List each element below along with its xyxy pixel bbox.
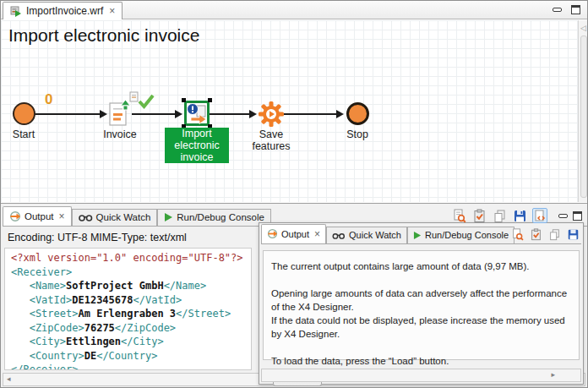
scroll-right-icon[interactable]: ▸ xyxy=(551,370,555,379)
copy-icon[interactable] xyxy=(547,227,562,242)
import-node-label: Import electronic invoice xyxy=(165,128,229,163)
popup-hscrollbar[interactable]: ▸ xyxy=(261,369,581,382)
connector-import-save xyxy=(210,113,250,115)
tab-run-debug-console[interactable]: Run/Debug Console xyxy=(157,209,271,226)
output-popup: Output × Quick Watch Run/Debug Console xyxy=(259,222,584,385)
connector-save-stop xyxy=(283,113,337,115)
play-icon xyxy=(164,212,173,222)
scroll-up-icon[interactable]: ◁ xyxy=(580,24,586,32)
copy-icon[interactable] xyxy=(492,208,507,223)
selection-handle[interactable] xyxy=(182,98,186,102)
bottom-panel: Output × Quick Watch Run/Debug Console xyxy=(1,203,588,388)
arrowhead-icon xyxy=(336,110,344,118)
message-line xyxy=(271,273,571,287)
minimize-icon[interactable] xyxy=(558,214,568,218)
close-icon[interactable]: × xyxy=(109,6,115,16)
close-icon[interactable]: × xyxy=(314,229,320,239)
tab-output[interactable]: Output × xyxy=(3,206,72,226)
scrollbar-thumb[interactable] xyxy=(580,36,587,198)
popup-message: The current output contains large amount… xyxy=(271,260,571,368)
view-source-icon[interactable] xyxy=(532,208,547,223)
save-icon[interactable] xyxy=(565,227,580,242)
connector-invoice-import xyxy=(132,113,176,115)
message-line xyxy=(271,341,571,354)
xml-line: <Name>SoftProject GmbH</Name> xyxy=(11,279,245,293)
stop-node[interactable] xyxy=(346,102,369,125)
editor-tabbar: ImportInvoice.wrf × xyxy=(1,1,587,19)
popup-tab-run-debug[interactable]: Run/Debug Console xyxy=(407,227,514,243)
xml-line: </Receiver> xyxy=(11,363,245,370)
message-line: If the data could not be displayed, plea… xyxy=(271,314,571,341)
xml-line: <Street>Am Erlengraben 3</Street> xyxy=(11,307,245,321)
import-service-icon xyxy=(184,101,210,126)
tab-importinvoice[interactable]: ImportInvoice.wrf × xyxy=(3,2,122,19)
output-arrow-icon xyxy=(9,210,21,222)
popup-tab-quick-watch-label: Quick Watch xyxy=(349,230,401,240)
scroll-left-icon[interactable]: ◂ xyxy=(7,374,11,383)
open-in-editor-icon[interactable] xyxy=(509,227,525,242)
connector-counter: 0 xyxy=(45,91,52,108)
popup-tab-quick-watch[interactable]: Quick Watch xyxy=(326,227,407,243)
x4-designer-window: ImportInvoice.wrf × Import electronic in… xyxy=(0,0,588,388)
xml-line: <Country>DE</Country> xyxy=(11,349,245,363)
xml-line: <?xml version="1.0" encoding="UTF-8"?> xyxy=(11,251,245,265)
save-node-label: Save features xyxy=(242,128,301,152)
xml-line: <ZipCode>76275</ZipCode> xyxy=(11,321,245,336)
popup-toolbar xyxy=(509,227,580,242)
start-node-label: Start xyxy=(7,128,41,140)
save-features-gear-icon[interactable] xyxy=(258,101,285,128)
editor-window-controls xyxy=(553,5,580,14)
play-icon xyxy=(413,231,422,240)
invoice-node-label: Invoice xyxy=(95,128,145,140)
workflow-title: Import electronic invoice xyxy=(8,25,199,46)
clipboard-icon[interactable] xyxy=(471,208,487,223)
message-line: The current output contains large amount… xyxy=(271,260,571,273)
arrowhead-icon xyxy=(249,110,257,118)
workflow-file-icon xyxy=(10,5,22,17)
save-icon[interactable] xyxy=(512,208,527,223)
workflow-canvas[interactable]: Import electronic invoice 0 Start xyxy=(1,20,588,202)
success-check-icon xyxy=(137,93,155,110)
maximize-icon[interactable] xyxy=(571,5,580,14)
maximize-icon[interactable] xyxy=(573,211,582,221)
xml-line: <City>Ettlingen</City> xyxy=(11,335,245,349)
minimize-icon[interactable] xyxy=(553,8,562,12)
close-icon[interactable]: × xyxy=(59,211,65,221)
popup-tab-run-debug-label: Run/Debug Console xyxy=(425,230,509,240)
xml-line: <VatId>DE12345678</VatId> xyxy=(11,293,245,308)
arrowhead-icon xyxy=(175,110,182,118)
selection-handle[interactable] xyxy=(208,98,212,102)
popup-tab-output-label: Output xyxy=(281,229,309,239)
glasses-icon xyxy=(79,213,93,221)
import-node[interactable] xyxy=(184,101,210,126)
tab-output-label: Output xyxy=(24,211,54,221)
tab-quick-watch[interactable]: Quick Watch xyxy=(72,209,158,226)
bottom-toolbar xyxy=(451,208,582,223)
xml-line: <Receiver> xyxy=(11,265,245,280)
clipboard-icon[interactable] xyxy=(528,227,543,242)
message-line: Opening large amounts of data can advers… xyxy=(271,287,571,314)
arrowhead-icon xyxy=(100,110,107,118)
editor-tab-label: ImportInvoice.wrf xyxy=(26,5,103,17)
encoding-info: Encoding: UTF-8 MIME-Type: text/xml xyxy=(8,232,187,243)
glasses-icon xyxy=(332,232,346,239)
canvas-vscrollbar[interactable]: ◁ xyxy=(578,20,588,202)
invoice-document-icon[interactable] xyxy=(107,99,133,128)
xml-code[interactable]: <?xml version="1.0" encoding="UTF-8"?><R… xyxy=(4,248,252,370)
open-in-editor-icon[interactable] xyxy=(451,208,466,223)
connector-start-invoice xyxy=(35,113,101,115)
tab-quick-watch-label: Quick Watch xyxy=(96,212,151,222)
popup-tab-output[interactable]: Output × xyxy=(261,224,326,243)
stop-node-label: Stop xyxy=(340,128,374,140)
output-arrow-icon xyxy=(267,228,278,239)
tab-run-debug-label: Run/Debug Console xyxy=(177,212,264,222)
popup-message-box: The current output contains large amount… xyxy=(263,250,580,360)
message-line: To load the data, press the “Load” butto… xyxy=(271,354,571,368)
start-node[interactable] xyxy=(13,102,35,125)
